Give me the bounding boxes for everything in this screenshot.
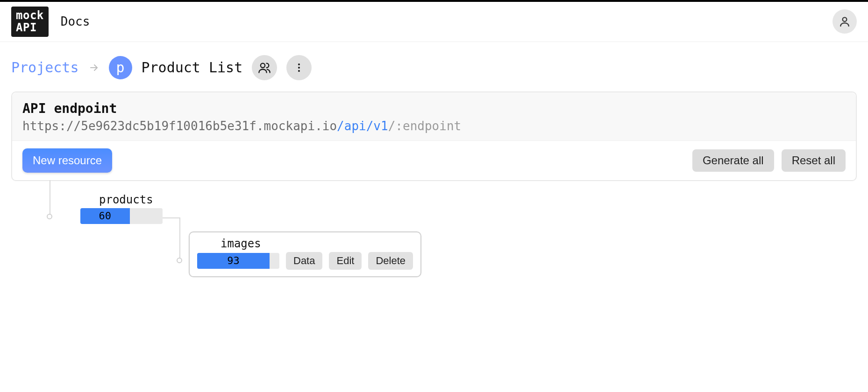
resource-count-slider[interactable]: 93 <box>197 253 279 269</box>
resource-delete-button[interactable]: Delete <box>368 252 413 270</box>
breadcrumb: Projects p Product List <box>0 42 868 91</box>
tree-node-dot <box>177 258 182 263</box>
resource-images[interactable]: images 93 Data Edit Delete <box>189 231 421 277</box>
users-icon <box>258 61 271 74</box>
generate-all-button[interactable]: Generate all <box>692 149 774 172</box>
panel-wrap: API endpoint https://5e9623dc5b19f10016b… <box>0 91 868 283</box>
resource-count-slider[interactable]: 60 <box>80 208 163 224</box>
user-menu-button[interactable] <box>832 9 857 34</box>
resource-data-button[interactable]: Data <box>286 252 322 270</box>
resource-edit-button[interactable]: Edit <box>329 252 362 270</box>
logo-line1: mock <box>16 9 44 21</box>
svg-point-0 <box>843 18 847 22</box>
resource-row: 93 Data Edit Delete <box>197 252 413 270</box>
resource-label: images <box>221 237 413 250</box>
api-panel: API endpoint https://5e9623dc5b19f10016b… <box>11 91 857 181</box>
resource-count-value: 93 <box>197 253 270 269</box>
api-panel-body: New resource Generate all Reset all <box>12 141 856 180</box>
app-header: mock API Docs <box>0 2 868 42</box>
resource-count-value: 60 <box>80 208 130 224</box>
resource-tree: products 60 images 93 Data Edit Delete <box>35 180 857 283</box>
tree-connector <box>50 180 50 217</box>
project-name: Product List <box>142 59 243 76</box>
tree-connector <box>163 217 180 218</box>
svg-point-1 <box>261 63 265 67</box>
more-options-button[interactable] <box>286 55 312 80</box>
api-panel-head: API endpoint https://5e9623dc5b19f10016b… <box>12 92 856 141</box>
header-left: mock API Docs <box>11 7 90 37</box>
panel-actions: Generate all Reset all <box>692 149 846 172</box>
breadcrumb-root-link[interactable]: Projects <box>11 59 79 76</box>
api-endpoint-url[interactable]: https://5e9623dc5b19f10016b5e31f.mockapi… <box>22 119 846 133</box>
reset-all-button[interactable]: Reset all <box>782 149 846 172</box>
resource-products[interactable]: products 60 <box>80 193 163 224</box>
collaborators-button[interactable] <box>252 55 277 80</box>
endpoint-suffix: /:endpoint <box>388 119 462 133</box>
chevron-right-icon <box>88 62 100 73</box>
resource-label: products <box>99 193 163 206</box>
endpoint-path: /api/v1 <box>337 119 388 133</box>
new-resource-button[interactable]: New resource <box>22 148 112 173</box>
endpoint-base: https://5e9623dc5b19f10016b5e31f.mockapi… <box>22 119 337 133</box>
svg-point-4 <box>298 70 300 72</box>
project-badge: p <box>109 56 132 79</box>
dots-vertical-icon <box>293 62 305 73</box>
tree-node-dot <box>47 214 52 219</box>
svg-point-2 <box>298 63 300 65</box>
tree-connector <box>179 217 180 260</box>
api-endpoint-title: API endpoint <box>22 101 846 116</box>
app-logo[interactable]: mock API <box>11 7 49 37</box>
docs-link[interactable]: Docs <box>61 14 90 28</box>
svg-point-3 <box>298 67 300 69</box>
user-icon <box>839 15 851 28</box>
logo-line2: API <box>16 21 44 34</box>
